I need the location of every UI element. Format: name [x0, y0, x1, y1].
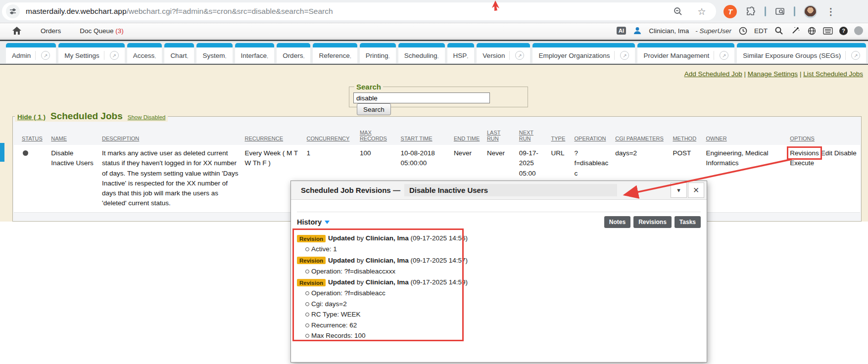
tab-access[interactable]: Access: [127, 43, 162, 63]
history-dropdown-icon[interactable]: [325, 221, 330, 224]
modal-close-button[interactable]: [688, 182, 704, 198]
col-recurrence[interactable]: RECURRENCE: [244, 136, 283, 141]
disable-option-link[interactable]: Disable: [834, 149, 857, 157]
external-link-icon[interactable]: [515, 51, 524, 60]
tab-my-settings[interactable]: My Settings: [58, 43, 125, 63]
tab-reference[interactable]: Reference: [313, 43, 357, 63]
tab-search-icon[interactable]: [774, 6, 785, 17]
tab-provider-management[interactable]: Provider Management: [637, 43, 734, 63]
tab-printing[interactable]: Printing: [360, 43, 396, 63]
browser-menu-icon[interactable]: [825, 6, 836, 17]
col-concurrency[interactable]: CONCURRENCY: [307, 136, 350, 141]
revision-entry: RevisionUpdated by Clinician, Ima (09-17…: [297, 233, 701, 244]
doc-queue-count: (3): [115, 27, 124, 35]
modal-collapse-button[interactable]: [671, 182, 687, 198]
notes-button[interactable]: Notes: [604, 216, 630, 228]
col-next-run[interactable]: NEXT RUN: [519, 130, 533, 141]
revisions-option-link[interactable]: Revisions: [790, 149, 819, 157]
toolbar-divider: [794, 6, 795, 16]
revision-detail: Recurrence: 62: [297, 320, 701, 331]
admin-tab-bar: Admin My Settings Access Chart System In…: [0, 40, 868, 65]
modal-title: Scheduled Job Revisions —: [301, 186, 400, 194]
show-disabled-link[interactable]: Show Disabled: [128, 114, 166, 120]
manage-settings-link[interactable]: Manage Settings: [748, 70, 798, 78]
site-settings-icon[interactable]: [6, 4, 20, 18]
col-method[interactable]: METHOD: [673, 136, 696, 141]
external-link-icon[interactable]: [110, 51, 119, 60]
ai-badge[interactable]: AI: [617, 27, 627, 35]
url-text[interactable]: masterdaily.dev.webchart.app/webchart.cg…: [26, 7, 333, 16]
status-indicator: [23, 150, 28, 156]
tab-interface[interactable]: Interface: [235, 43, 275, 63]
profile-avatar[interactable]: [804, 5, 817, 18]
help-icon[interactable]: [839, 27, 848, 35]
col-status[interactable]: STATUS: [17, 136, 43, 141]
revision-entry: RevisionUpdated by Clinician, Ima (09-17…: [297, 277, 701, 288]
revision-badge: Revision: [297, 257, 326, 264]
col-end-time[interactable]: END TIME: [454, 136, 480, 141]
bookmark-star-icon[interactable]: [696, 6, 707, 17]
col-operation[interactable]: OPERATION: [574, 136, 606, 141]
user-name[interactable]: Clinician, Ima: [649, 27, 689, 35]
modal-divider: [297, 212, 701, 212]
col-cgi-parameters[interactable]: CGI PARAMETERS: [615, 136, 664, 141]
col-name[interactable]: NAME: [51, 136, 67, 141]
clock-icon[interactable]: [738, 26, 748, 36]
modal-title-entity: Disable Inactive Users: [404, 184, 617, 196]
tab-system[interactable]: System: [196, 43, 232, 63]
presence-indicator: [854, 26, 863, 35]
col-options[interactable]: OPTIONS: [790, 136, 815, 141]
modal-header[interactable]: Scheduled Job Revisions — Disable Inacti…: [291, 181, 707, 200]
external-link-icon[interactable]: [620, 51, 629, 60]
search-input[interactable]: [353, 92, 490, 103]
orders-link[interactable]: Orders: [41, 27, 61, 35]
revision-detail: Operation: ?f=disableacc: [297, 288, 701, 299]
url-domain: masterdaily.dev.webchart.app: [26, 7, 127, 15]
revision-badge: Revision: [297, 235, 326, 242]
extensions-puzzle-icon[interactable]: [745, 6, 756, 17]
revisions-button[interactable]: Revisions: [633, 216, 672, 228]
tab-chart[interactable]: Chart: [164, 43, 194, 63]
search-panel: Search Search: [349, 83, 528, 107]
tab-scheduling[interactable]: Scheduling: [398, 43, 445, 63]
home-icon[interactable]: [12, 26, 22, 36]
list-scheduled-jobs-link[interactable]: List Scheduled Jobs: [803, 70, 863, 78]
doc-queue-link[interactable]: Doc Queue: [80, 27, 113, 35]
edit-option-link[interactable]: Edit: [821, 149, 832, 157]
add-scheduled-job-link[interactable]: Add Scheduled Job: [684, 70, 742, 78]
external-link-icon[interactable]: [41, 51, 50, 60]
external-link-icon[interactable]: [720, 51, 728, 60]
col-start-time[interactable]: START TIME: [401, 136, 433, 141]
table-header-row: STATUS NAME DESCRIPTION RECURRENCE CONCU…: [14, 128, 860, 145]
col-last-run[interactable]: LAST RUN: [487, 130, 501, 141]
search-legend: Search: [354, 83, 383, 91]
col-type[interactable]: TYPE: [551, 136, 566, 141]
url-path: /webchart.cgi?f=admin&s=cron&src=disable…: [127, 7, 333, 15]
cell-owner: Engineering, Medical Informatics: [703, 145, 787, 212]
magic-wand-icon[interactable]: [790, 26, 800, 36]
screen: masterdaily.dev.webchart.app/webchart.cg…: [0, 0, 868, 364]
cell-name: Disable Inactive Users: [48, 145, 99, 212]
col-max-records[interactable]: MAX RECORDS: [360, 130, 387, 141]
col-description[interactable]: DESCRIPTION: [102, 136, 139, 141]
revision-detail: Active: 1: [297, 244, 701, 255]
address-bar[interactable]: masterdaily.dev.webchart.app/webchart.cg…: [2, 2, 716, 20]
hide-link[interactable]: Hide ( 1 ): [17, 113, 46, 121]
revision-detail: Cgi: days=2: [297, 299, 701, 310]
keyboard-icon[interactable]: [823, 26, 833, 36]
zoom-icon[interactable]: [673, 6, 683, 17]
search-icon[interactable]: [774, 26, 784, 36]
tab-admin[interactable]: Admin: [6, 43, 56, 63]
col-owner[interactable]: OWNER: [706, 136, 726, 141]
scheduled-job-revisions-modal: Scheduled Job Revisions — Disable Inacti…: [290, 181, 707, 363]
tab-orders[interactable]: Orders: [277, 43, 310, 63]
extension-t-icon[interactable]: T: [723, 5, 737, 18]
globe-icon[interactable]: [807, 26, 817, 36]
tasks-button[interactable]: Tasks: [675, 216, 701, 228]
execute-option-link[interactable]: Execute: [790, 159, 814, 167]
external-link-icon[interactable]: [851, 51, 860, 60]
tab-hsp[interactable]: HSP: [447, 43, 475, 63]
tab-employer-organizations[interactable]: Employer Organizations: [532, 43, 635, 63]
tab-similar-exposure-groups[interactable]: Similar Exposure Groups (SEGs): [737, 43, 866, 63]
tab-version[interactable]: Version: [477, 43, 530, 63]
